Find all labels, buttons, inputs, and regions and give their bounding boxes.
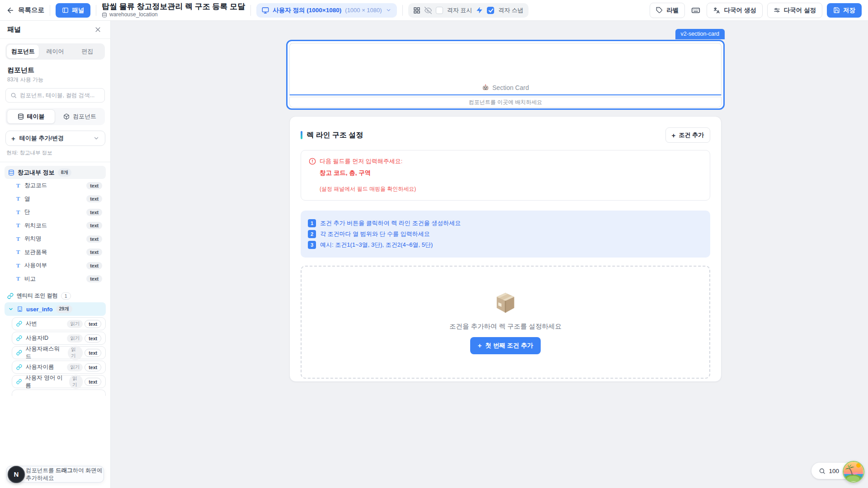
field-type-badge: text <box>86 209 102 216</box>
link-icon <box>16 364 22 370</box>
field-row[interactable]: T보관품목text <box>5 246 106 259</box>
link-icon <box>16 350 22 356</box>
entity-join-label: 엔티티 조인 컬럼 <box>17 292 58 300</box>
save-button[interactable]: 저장 <box>827 3 862 18</box>
first-condition-button[interactable]: + 첫 번째 조건 추가 <box>470 337 541 354</box>
field-row[interactable]: T열text <box>5 192 106 206</box>
field-row[interactable]: T사용여부text <box>5 259 106 272</box>
entity-join-section-header: 엔티티 조인 컬럼 1 <box>5 292 106 300</box>
search-input[interactable] <box>20 92 100 99</box>
field-row[interactable]: T위치명text <box>5 232 106 246</box>
source-tab-component[interactable]: 컴포넌트 <box>56 109 104 124</box>
panel-toggle-button[interactable]: 패널 <box>56 3 90 18</box>
grid-controls: 격자 표시 격자 스냅 <box>408 3 528 18</box>
field-type-badge: text <box>86 235 102 243</box>
selected-section-card[interactable]: v2-section-card Section Card 컴포넌트를 이곳에 배… <box>286 40 725 110</box>
label-button[interactable]: 라벨 <box>650 3 685 18</box>
hint-prefix: 컴포넌트를 <box>26 467 56 474</box>
panel-icon <box>62 7 69 14</box>
back-to-list-button[interactable]: 목록으로 <box>6 6 44 14</box>
join-field-row[interactable]: 사번 읽기text <box>12 317 106 330</box>
tab-layers[interactable]: 레이어 <box>39 45 71 58</box>
field-row[interactable]: T단text <box>5 206 106 219</box>
join-table-name: user_info <box>26 306 53 313</box>
join-field-row[interactable]: 사용자ID 읽기text <box>12 332 106 345</box>
join-field-row[interactable]: 사용자이름 읽기text <box>12 361 106 374</box>
tab-edit[interactable]: 편집 <box>71 45 104 58</box>
empty-state-text: 조건을 추가하여 렉 구조를 설정하세요 <box>449 322 561 331</box>
drop-zone-hint[interactable]: 컴포넌트를 이곳에 배치하세요 <box>289 97 722 108</box>
link-icon <box>16 321 22 327</box>
field-name: 창고코드 <box>24 182 47 189</box>
database-icon <box>8 169 14 176</box>
table-group-row[interactable]: 창고내부 정보 8개 <box>5 166 106 179</box>
island-sticker-icon[interactable] <box>843 461 864 483</box>
text-type-icon: T <box>15 249 21 256</box>
tab-components[interactable]: 컴포넌트 <box>7 45 39 58</box>
chevron-down-icon[interactable] <box>8 306 14 312</box>
grid-snap-checkbox[interactable] <box>487 7 494 14</box>
field-row[interactable]: T비고text <box>5 272 106 286</box>
empty-conditions-dropzone: 조건을 추가하여 렉 구조를 설정하세요 + 첫 번째 조건 추가 <box>301 266 710 379</box>
components-available-count: 83개 사용 가능 <box>7 76 103 84</box>
components-section-title: 컴포넌트 <box>7 66 103 75</box>
panel-close-button[interactable] <box>93 24 103 35</box>
grid-show-label: 격자 표시 <box>447 6 472 14</box>
join-field-name: 사용자이름 <box>26 363 54 371</box>
table-subtitle: warehouse_location <box>109 12 158 18</box>
text-type-icon: T <box>15 275 21 282</box>
section-card-label: Section Card <box>492 84 529 91</box>
field-row[interactable]: T위치코드text <box>5 219 106 233</box>
field-type-badge: text <box>86 195 102 202</box>
magnifier-icon <box>819 468 826 474</box>
arrow-left-icon <box>6 6 14 14</box>
robot-icon <box>482 84 489 91</box>
field-row[interactable]: T창고코드text <box>5 179 106 192</box>
join-field-name: 사용자패스워드 <box>26 345 64 361</box>
text-type-icon: T <box>15 195 21 202</box>
design-canvas[interactable]: v2-section-card Section Card 컴포넌트를 이곳에 배… <box>111 21 868 488</box>
i18n-generate-button[interactable]: 다국어 생성 <box>707 3 762 18</box>
link-icon <box>7 293 14 299</box>
grid-icon[interactable] <box>413 7 420 14</box>
source-tab-table[interactable]: 테이블 <box>7 109 55 124</box>
step-number: 2 <box>308 230 316 238</box>
step-number: 1 <box>308 219 316 227</box>
viewport-size-selector[interactable]: 사용자 정의 (1000×1080) (1000 × 1080) <box>256 3 396 18</box>
warning-text: 다음 필드를 먼저 입력해주세요: <box>320 157 402 165</box>
component-search[interactable] <box>5 88 105 103</box>
i18n-settings-button[interactable]: 다국어 설정 <box>767 3 822 18</box>
eye-off-icon[interactable] <box>425 7 432 14</box>
instruction-step: 1 조건 추가 버튼을 클릭하여 렉 라인 조건을 생성하세요 <box>308 219 703 227</box>
join-field-row[interactable]: 사용자 영어 이름 읽기text <box>12 375 106 388</box>
add-change-table-button[interactable]: + 테이블 추가/변경 <box>5 131 105 146</box>
join-table-row[interactable]: user_info 29개 <box>5 302 106 316</box>
user-avatar[interactable]: N <box>8 466 25 483</box>
cube-icon <box>63 113 70 120</box>
chevron-down-icon <box>93 135 99 141</box>
join-field-name: 사번 <box>26 320 37 328</box>
i18n-settings-text: 다국어 설정 <box>784 6 816 14</box>
join-field-row[interactable]: 사용자패스워드 읽기text <box>12 346 106 359</box>
grid-show-checkbox[interactable] <box>436 7 443 14</box>
title-accent-bar <box>301 131 302 139</box>
close-icon <box>94 26 101 33</box>
plus-icon: + <box>11 135 15 142</box>
source-tabs: 테이블 컴포넌트 <box>5 108 105 125</box>
join-table-count-badge: 29개 <box>56 305 72 313</box>
rack-structure-card: 렉 라인 구조 설정 + 조건 추가 다음 필드를 먼저 입력해주세요: 창고 … <box>289 116 722 382</box>
add-condition-button[interactable]: + 조건 추가 <box>665 127 710 143</box>
text-type-icon: T <box>15 262 21 269</box>
field-type-badge: text <box>86 222 102 229</box>
warning-hint: (설정 패널에서 필드 매핑을 확인하세요) <box>320 185 702 193</box>
grid-snap-label: 격자 스냅 <box>498 6 524 14</box>
field-name: 비고 <box>24 275 36 283</box>
zoom-level: 100 <box>829 468 839 474</box>
database-icon <box>102 12 107 18</box>
field-name: 보관품목 <box>24 249 47 256</box>
join-field-row-partial[interactable] <box>12 389 106 396</box>
alert-circle-icon <box>309 158 316 165</box>
section-card-body[interactable]: Section Card <box>289 43 722 95</box>
readonly-badge: 읽기 <box>69 375 83 389</box>
keyboard-shortcuts-button[interactable] <box>689 4 702 17</box>
